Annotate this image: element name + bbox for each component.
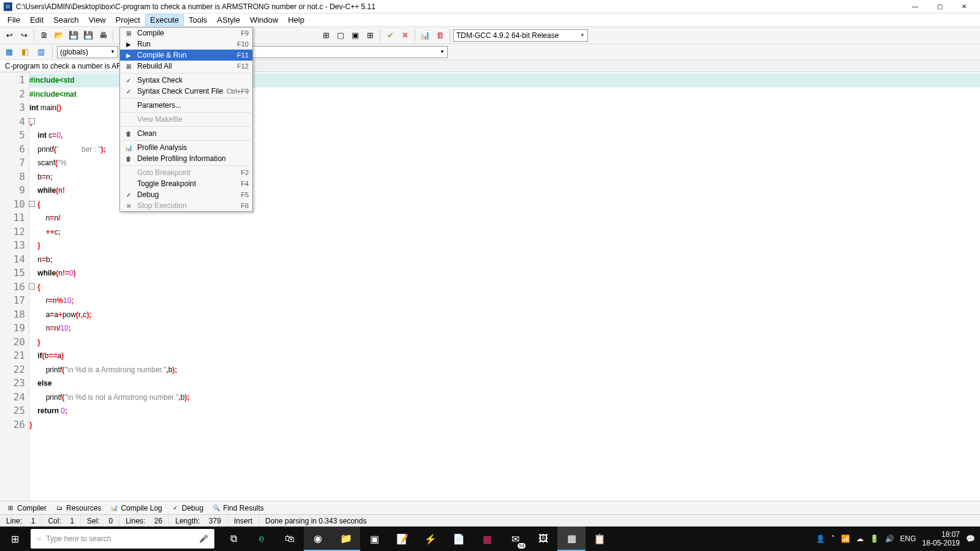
menu-search[interactable]: Search bbox=[48, 14, 83, 26]
nav3-icon[interactable]: ▥ bbox=[34, 45, 48, 59]
line-number: 26 bbox=[0, 418, 29, 432]
store-icon[interactable]: 🛍 bbox=[276, 527, 304, 551]
app4-icon[interactable]: 📋 bbox=[586, 527, 614, 551]
print-icon[interactable]: 🖶 bbox=[96, 29, 110, 42]
open-file-icon[interactable]: 📂 bbox=[52, 29, 66, 42]
start-button[interactable]: ⊞ bbox=[0, 527, 29, 551]
onedrive-icon[interactable]: ☁ bbox=[856, 534, 864, 543]
chevron-down-icon: ▼ bbox=[580, 32, 585, 38]
code-line[interactable]: else bbox=[29, 377, 980, 391]
code-line[interactable]: } bbox=[29, 335, 980, 350]
menu-item-profile-analysis[interactable]: 📊Profile Analysis bbox=[120, 142, 252, 153]
code-line[interactable]: ++c; bbox=[29, 225, 980, 239]
menu-project[interactable]: Project bbox=[111, 14, 145, 26]
grid1-icon[interactable]: ⊞ bbox=[319, 29, 333, 42]
taskbar-search[interactable]: ○ Type here to search 🎤 bbox=[31, 529, 214, 549]
nav2-icon[interactable]: ◧ bbox=[18, 45, 32, 59]
task-view-icon[interactable]: ⧉ bbox=[219, 527, 247, 551]
menu-item-syntax-check-current-file[interactable]: ✓Syntax Check Current FileCtrl+F9 bbox=[120, 86, 252, 97]
code-line[interactable]: printf("\n %d is not a Armstrong number.… bbox=[29, 391, 980, 405]
menu-item-debug[interactable]: ✓DebugF5 bbox=[120, 189, 252, 200]
menu-item-parameters-[interactable]: Parameters... bbox=[120, 100, 252, 111]
app3-icon[interactable]: 🖼 bbox=[529, 527, 557, 551]
menu-execute[interactable]: Execute bbox=[145, 14, 184, 26]
x-icon[interactable]: ✖ bbox=[398, 29, 412, 42]
people-icon[interactable]: 👤 bbox=[816, 534, 825, 543]
fold-toggle-icon[interactable]: - bbox=[29, 201, 35, 207]
code-line[interactable]: n=n/ bbox=[29, 211, 980, 225]
close-button[interactable]: ✕ bbox=[952, 1, 976, 13]
code-line[interactable]: } bbox=[29, 239, 980, 253]
check-icon[interactable]: ✔ bbox=[383, 29, 397, 42]
blank-icon bbox=[124, 168, 134, 178]
grid4-icon[interactable]: ⊞ bbox=[363, 29, 377, 42]
back-icon[interactable]: ↩ bbox=[2, 29, 16, 42]
menu-edit[interactable]: Edit bbox=[25, 14, 48, 26]
minimize-button[interactable]: — bbox=[903, 1, 927, 13]
code-line[interactable]: while(n!=0) bbox=[29, 266, 980, 280]
code-line[interactable]: printf("\n %d is a Armstrong number.",b)… bbox=[29, 363, 980, 377]
edge-icon[interactable]: e bbox=[247, 527, 276, 551]
save-all-icon[interactable]: 💾 bbox=[81, 29, 95, 42]
code-line[interactable]: n=b; bbox=[29, 253, 980, 267]
maximize-button[interactable]: ▢ bbox=[927, 1, 952, 13]
save-icon[interactable]: 💾 bbox=[67, 29, 80, 42]
devcpp-icon[interactable]: ▦ bbox=[557, 527, 586, 551]
menu-file[interactable]: File bbox=[2, 14, 25, 26]
menu-item-run[interactable]: ▶RunF10 bbox=[120, 39, 252, 50]
menu-item-compile-run[interactable]: ▶Compile & RunF11 bbox=[120, 50, 252, 61]
forward-icon[interactable]: ↪ bbox=[17, 29, 31, 42]
menu-tools[interactable]: Tools bbox=[184, 14, 212, 26]
menu-help[interactable]: Help bbox=[283, 14, 309, 26]
notification-icon[interactable]: 💬 bbox=[966, 534, 975, 543]
menu-window[interactable]: Window bbox=[245, 14, 283, 26]
explorer-icon[interactable]: 📁 bbox=[332, 527, 360, 551]
cmd-icon[interactable]: ▣ bbox=[360, 527, 388, 551]
battery-icon[interactable]: 🔋 bbox=[870, 534, 879, 543]
chrome-icon[interactable]: ◉ bbox=[304, 527, 332, 551]
language-indicator[interactable]: ENG bbox=[900, 534, 916, 543]
volume-icon[interactable]: 🔊 bbox=[885, 534, 894, 543]
bottom-tab-find-results[interactable]: 🔍Find Results bbox=[208, 503, 268, 514]
bottom-tab-resources[interactable]: 🗂Resources bbox=[51, 503, 105, 514]
new-file-icon[interactable]: 🗎 bbox=[37, 29, 51, 42]
code-line[interactable]: a=a+pow(r,c); bbox=[29, 308, 980, 322]
menu-item-compile[interactable]: ⊞CompileF9 bbox=[120, 28, 252, 39]
file-tab[interactable]: C-program to check a number is ARM bbox=[0, 60, 134, 72]
grid3-icon[interactable]: ▣ bbox=[349, 29, 362, 42]
notes-icon[interactable]: 📝 bbox=[388, 527, 417, 551]
menu-item-toggle-breakpoint[interactable]: Toggle BreakpointF4 bbox=[120, 178, 252, 189]
menu-item-syntax-check[interactable]: ✓Syntax Check bbox=[120, 75, 252, 86]
code-line[interactable]: } bbox=[29, 418, 980, 432]
symbol-combo[interactable]: ▼ bbox=[252, 46, 448, 58]
menu-item-rebuild-all[interactable]: ⊞Rebuild AllF12 bbox=[120, 61, 252, 72]
code-line[interactable]: r=n%10; bbox=[29, 294, 980, 308]
app1-icon[interactable]: 📄 bbox=[445, 527, 473, 551]
code-line[interactable]: if(b==a) bbox=[29, 349, 980, 363]
fold-toggle-icon[interactable]: - bbox=[29, 283, 35, 290]
delete-profile-icon[interactable]: 🗑 bbox=[433, 29, 447, 42]
nav1-icon[interactable]: ▦ bbox=[2, 45, 16, 59]
wifi-icon[interactable]: 📶 bbox=[841, 534, 850, 543]
tray-up-icon[interactable]: ˄ bbox=[831, 534, 835, 543]
tray-clock[interactable]: 18:07 18-05-2019 bbox=[922, 530, 960, 548]
menu-astyle[interactable]: AStyle bbox=[212, 14, 245, 26]
menu-item-clean[interactable]: 🗑Clean bbox=[120, 128, 252, 139]
code-line[interactable]: { bbox=[29, 280, 980, 294]
bottom-tab-compiler[interactable]: ⊞Compiler bbox=[2, 503, 50, 514]
grid2-icon[interactable]: ▢ bbox=[334, 29, 347, 42]
bottom-tab-debug[interactable]: ✓Debug bbox=[167, 503, 207, 514]
app2-icon[interactable]: ▦ bbox=[473, 527, 501, 551]
bottom-tab-compile-log[interactable]: 📊Compile Log bbox=[106, 503, 165, 514]
menu-item-delete-profiling-information[interactable]: 🗑Delete Profiling Information bbox=[120, 153, 252, 164]
flash-icon[interactable]: ⚡ bbox=[417, 527, 445, 551]
menu-view[interactable]: View bbox=[84, 14, 111, 26]
code-line[interactable]: n=n/10; bbox=[29, 321, 980, 335]
compiler-combo[interactable]: TDM-GCC 4.9.2 64-bit Release ▼ bbox=[453, 29, 588, 42]
mic-icon[interactable]: 🎤 bbox=[199, 534, 208, 543]
mail-icon[interactable]: ✉54 bbox=[501, 527, 529, 551]
globals-combo[interactable]: (globals) ▼ bbox=[57, 46, 118, 58]
code-line[interactable]: return 0; bbox=[29, 404, 980, 418]
profile-icon[interactable]: 📊 bbox=[418, 29, 432, 42]
fold-toggle-icon[interactable]: - bbox=[29, 118, 35, 124]
